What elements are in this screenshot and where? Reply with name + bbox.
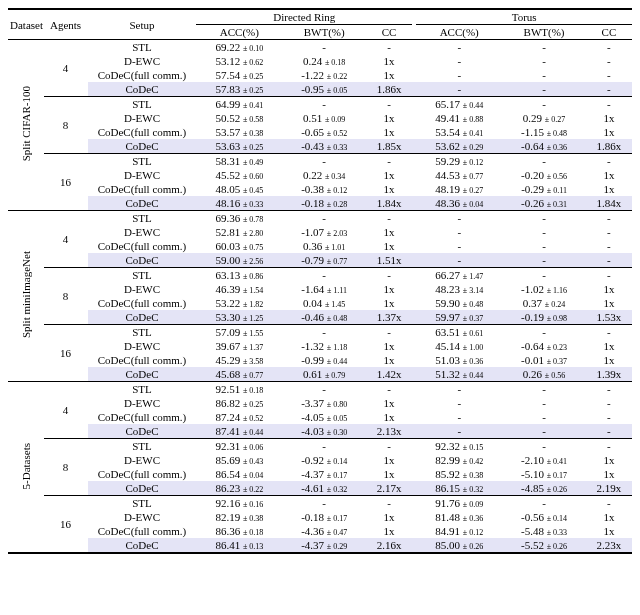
metric-value: 1x [366, 453, 412, 467]
metric-value: 1x [586, 111, 632, 125]
metric-value: - [586, 439, 632, 454]
metric-value: 86.36 ± 0.18 [196, 524, 282, 538]
metric-value: - [502, 496, 586, 511]
metric-value: - [282, 154, 366, 169]
metric-value: 87.41 ± 0.44 [196, 424, 282, 439]
setup-label: CoDeC(full comm.) [88, 353, 197, 367]
metric-value: 1x [366, 282, 412, 296]
metric-value: - [416, 82, 502, 97]
metric-value: 82.99 ± 0.42 [416, 453, 502, 467]
table-row: CoDeC48.16 ± 0.33-0.18 ± 0.281.84x48.36 … [8, 196, 632, 211]
metric-value: - [586, 225, 632, 239]
setup-label: D-EWC [88, 510, 197, 524]
metric-value: -0.29 ± 0.11 [502, 182, 586, 196]
metric-value: -0.99 ± 0.44 [282, 353, 366, 367]
metric-value: 0.04 ± 1.45 [282, 296, 366, 310]
table-row: D-EWC45.52 ± 0.600.22 ± 0.341x44.53 ± 0.… [8, 168, 632, 182]
metric-value: 57.54 ± 0.25 [196, 68, 282, 82]
metric-value: 91.76 ± 0.09 [416, 496, 502, 511]
metric-value: 66.27 ± 1.47 [416, 268, 502, 283]
metric-value: - [366, 40, 412, 55]
metric-value: 1x [586, 524, 632, 538]
metric-value: - [282, 40, 366, 55]
table-row: D-EWC53.12 ± 0.620.24 ± 0.181x--- [8, 54, 632, 68]
metric-value: 1x [366, 396, 412, 410]
metric-value: 0.24 ± 0.18 [282, 54, 366, 68]
metric-value: - [586, 496, 632, 511]
metric-value: 1x [366, 225, 412, 239]
table-row: CoDeC(full comm.)87.24 ± 0.52-4.05 ± 0.0… [8, 410, 632, 424]
metric-value: - [502, 253, 586, 268]
setup-label: STL [88, 97, 197, 112]
metric-value: 59.97 ± 0.37 [416, 310, 502, 325]
metric-value: 1x [586, 467, 632, 481]
agents-value: 4 [44, 40, 88, 97]
metric-value: 1.37x [366, 310, 412, 325]
metric-value: 1x [586, 353, 632, 367]
metric-value: 0.37 ± 0.24 [502, 296, 586, 310]
metric-value: 1x [586, 282, 632, 296]
table-row: CoDeC53.63 ± 0.25-0.43 ± 0.331.85x53.62 … [8, 139, 632, 154]
metric-value: -5.48 ± 0.33 [502, 524, 586, 538]
setup-label: STL [88, 40, 197, 55]
metric-value: 1.86x [586, 139, 632, 154]
table-header: Dataset Agents Setup Directed Ring Torus… [8, 9, 632, 40]
metric-value: 45.14 ± 1.00 [416, 339, 502, 353]
metric-value: 1x [366, 168, 412, 182]
agents-value: 8 [44, 268, 88, 325]
setup-label: STL [88, 325, 197, 340]
metric-value: - [586, 82, 632, 97]
header-directed-ring: Directed Ring [196, 9, 412, 25]
metric-value: - [586, 154, 632, 169]
metric-value: - [366, 496, 412, 511]
setup-label: CoDeC [88, 424, 197, 439]
metric-value: - [586, 424, 632, 439]
metric-value: 0.51 ± 0.09 [282, 111, 366, 125]
setup-label: STL [88, 439, 197, 454]
setup-label: CoDeC(full comm.) [88, 125, 197, 139]
table-row: 16STL92.16 ± 0.16--91.76 ± 0.09-- [8, 496, 632, 511]
table-row: Split CIFAR-1004STL69.22 ± 0.10----- [8, 40, 632, 55]
metric-value: -0.56 ± 0.14 [502, 510, 586, 524]
dataset-label: Split miniImageNet [8, 211, 44, 382]
metric-value: -0.43 ± 0.33 [282, 139, 366, 154]
metric-value: -0.38 ± 0.12 [282, 182, 366, 196]
setup-label: CoDeC(full comm.) [88, 182, 197, 196]
header-t-bwt: BWT(%) [502, 25, 586, 40]
metric-value: 50.52 ± 0.58 [196, 111, 282, 125]
metric-value: 86.82 ± 0.25 [196, 396, 282, 410]
metric-value: 1x [586, 339, 632, 353]
metric-value: -0.26 ± 0.31 [502, 196, 586, 211]
metric-value: - [366, 325, 412, 340]
setup-label: CoDeC [88, 139, 197, 154]
metric-value: - [586, 97, 632, 112]
metric-value: -4.37 ± 0.29 [282, 538, 366, 553]
setup-label: CoDeC [88, 367, 197, 382]
metric-value: 1x [586, 125, 632, 139]
metric-value: - [416, 396, 502, 410]
setup-label: D-EWC [88, 111, 197, 125]
metric-value: 1x [586, 296, 632, 310]
setup-label: D-EWC [88, 396, 197, 410]
metric-value: - [416, 40, 502, 55]
table-row: CoDeC(full comm.)53.22 ± 1.820.04 ± 1.45… [8, 296, 632, 310]
metric-value: 1x [366, 182, 412, 196]
table-row: D-EWC39.67 ± 1.37-1.32 ± 1.181x45.14 ± 1… [8, 339, 632, 353]
metric-value: 2.23x [586, 538, 632, 553]
table-row: D-EWC82.19 ± 0.38-0.18 ± 0.171x81.48 ± 0… [8, 510, 632, 524]
metric-value: - [502, 325, 586, 340]
metric-value: 1x [586, 168, 632, 182]
metric-value: - [282, 382, 366, 397]
results-table: Dataset Agents Setup Directed Ring Torus… [8, 8, 632, 554]
metric-value: 48.16 ± 0.33 [196, 196, 282, 211]
metric-value: 53.30 ± 1.25 [196, 310, 282, 325]
table-row: CoDeC86.41 ± 0.13-4.37 ± 0.292.16x85.00 … [8, 538, 632, 553]
metric-value: -4.61 ± 0.32 [282, 481, 366, 496]
metric-value: - [416, 253, 502, 268]
metric-value: -0.79 ± 0.77 [282, 253, 366, 268]
table-row: CoDeC(full comm.)86.54 ± 0.04-4.37 ± 0.1… [8, 467, 632, 481]
metric-value: 48.36 ± 0.04 [416, 196, 502, 211]
metric-value: -4.05 ± 0.05 [282, 410, 366, 424]
table-row: 8STL92.31 ± 0.06--92.32 ± 0.15-- [8, 439, 632, 454]
metric-value: 1x [366, 125, 412, 139]
